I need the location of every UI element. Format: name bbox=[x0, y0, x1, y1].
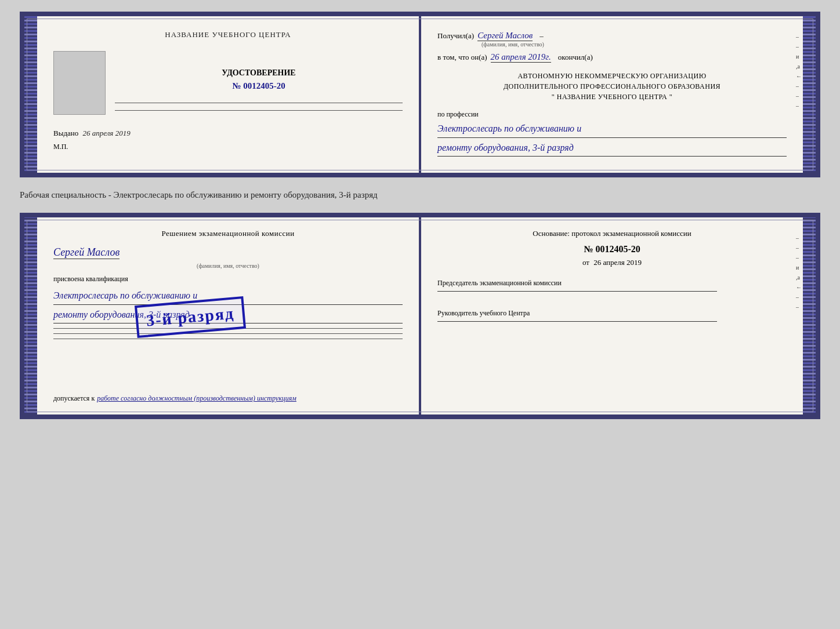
specialty-text: Рабочая специальность - Электрослесарь п… bbox=[20, 187, 820, 203]
org-line-2: ДОПОЛНИТЕЛЬНОГО ПРОФЕССИОНАЛЬНОГО ОБРАЗО… bbox=[437, 81, 787, 92]
cert-vydano: Выдано 26 апреля 2019 bbox=[53, 129, 403, 138]
cert-right-panel: – – и ,а ← – – – Получил(а) Сергей Масло… bbox=[421, 16, 803, 173]
card2-fio-small: (фамилия, имя, отчество) bbox=[53, 263, 403, 269]
binding-strip-left-2 bbox=[24, 217, 37, 415]
card2-right-date: от 26 апреля 2019 bbox=[437, 258, 787, 267]
certificate-card-2: Решением экзаменационной комиссии Сергей… bbox=[20, 213, 820, 419]
poluchil-dash: – bbox=[540, 31, 544, 40]
card2-right-num: № 0012405-20 bbox=[437, 244, 787, 254]
org-line-3: " НАЗВАНИЕ УЧЕБНОГО ЦЕНТРА " bbox=[437, 92, 787, 102]
card2-num-prefix: № bbox=[584, 244, 593, 254]
cert-left-panel: НАЗВАНИЕ УЧЕБНОГО ЦЕНТРА УДОСТОВЕРЕНИЕ №… bbox=[37, 16, 419, 173]
poluchil-name: Сергей Маслов bbox=[477, 31, 533, 41]
cert-number-prefix: № bbox=[232, 81, 241, 90]
card2-ot-date: 26 апреля 2019 bbox=[593, 258, 642, 267]
card2-right-panel: – – – и ,а ← – – Основание: протокол экз… bbox=[421, 217, 803, 415]
card2-osnov: Основание: протокол экзаменационной коми… bbox=[437, 229, 787, 238]
vtom-row: в том, что он(а) 26 апреля 2019г. окончи… bbox=[437, 52, 787, 63]
card2-name: Сергей Маслов bbox=[53, 246, 120, 259]
profession-line-1: Электрослесарь по обслуживанию и bbox=[437, 121, 787, 138]
cert-line-1 bbox=[115, 103, 403, 103]
vtom-date: 26 апреля 2019г. bbox=[491, 52, 551, 63]
vtom-label: в том, что он(а) bbox=[437, 53, 487, 62]
vydano-date: 26 апреля 2019 bbox=[83, 129, 131, 137]
card2-name-block: Сергей Маслов bbox=[53, 246, 403, 260]
card2-prisvoena: присвоена квалификация bbox=[53, 275, 403, 283]
poluchil-row: Получил(а) Сергей Маслов – (фамилия, имя… bbox=[437, 30, 787, 48]
profession-line-2: ремонту оборудования, 3-й разряд bbox=[437, 140, 787, 157]
cert-mp: М.П. bbox=[53, 143, 403, 151]
dopuskaetsya-label: допускается к bbox=[53, 394, 95, 402]
binding-strip-right-2 bbox=[803, 217, 816, 415]
cert-school-title: НАЗВАНИЕ УЧЕБНОГО ЦЕНТРА bbox=[53, 30, 403, 39]
card2-ot-label: от bbox=[582, 258, 589, 267]
binding-strip-left-1 bbox=[24, 16, 37, 173]
cert-udost-label: УДОСТОВЕРЕНИЕ bbox=[115, 68, 403, 78]
org-text: АВТОНОМНУЮ НЕКОММЕРЧЕСКУЮ ОРГАНИЗАЦИЮ ДО… bbox=[437, 71, 787, 102]
vydano-label: Выдано bbox=[53, 129, 78, 137]
dopuskaetsya-block: допускается к работе согласно должностны… bbox=[53, 392, 403, 403]
fio-small-label: (фамилия, имя, отчество) bbox=[477, 41, 548, 48]
card2-num-value: 0012405-20 bbox=[595, 244, 640, 254]
card2-title: Решением экзаменационной комиссии bbox=[53, 229, 403, 238]
card2-ruk: Руководитель учебного Центра bbox=[437, 309, 787, 318]
cert-line-2 bbox=[115, 110, 403, 111]
certificate-card-1: НАЗВАНИЕ УЧЕБНОГО ЦЕНТРА УДОСТОВЕРЕНИЕ №… bbox=[20, 12, 820, 177]
side-labels-right: – – и ,а ← – – – bbox=[796, 34, 802, 109]
side-labels-right-2: – – – и ,а ← – – bbox=[796, 235, 802, 310]
card2-predsed: Председатель экзаменационной комиссии bbox=[437, 279, 787, 288]
cert-number: № 0012405-20 bbox=[115, 81, 403, 91]
stamp-text: 3-й разряд bbox=[146, 304, 235, 330]
predsed-sig-line bbox=[437, 291, 717, 292]
binding-strip-right-1 bbox=[803, 16, 816, 173]
photo-placeholder bbox=[53, 51, 106, 115]
ruk-sig-line bbox=[437, 321, 717, 322]
dopuskaetsya-text: работе согласно должностным (производств… bbox=[97, 394, 296, 402]
card2-left-panel: Решением экзаменационной комиссии Сергей… bbox=[37, 217, 419, 415]
cert-number-value: 0012405-20 bbox=[243, 81, 285, 90]
po-professii-label: по профессии bbox=[437, 110, 787, 119]
okonchil-label: окончил(а) bbox=[558, 53, 593, 62]
poluchil-label: Получил(а) bbox=[437, 31, 474, 41]
org-line-1: АВТОНОМНУЮ НЕКОММЕРЧЕСКУЮ ОРГАНИЗАЦИЮ bbox=[437, 71, 787, 81]
